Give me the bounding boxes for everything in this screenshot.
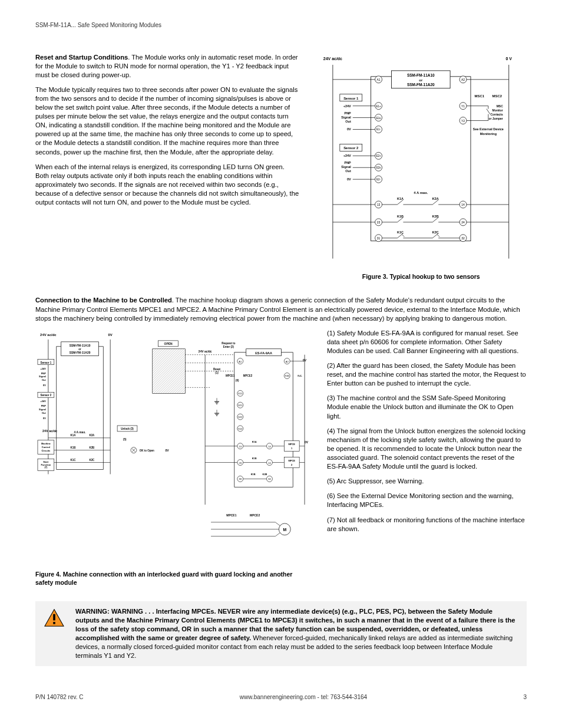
svg-text:+24V: +24V (40, 367, 46, 370)
svg-text:31: 31 (377, 236, 381, 239)
svg-text:OPEN: OPEN (164, 342, 173, 345)
svg-text:(1): (1) (215, 371, 219, 374)
svg-text:or: or (78, 347, 81, 350)
svg-text:Sensor 2: Sensor 2 (40, 394, 51, 397)
svg-text:+24V: +24V (40, 400, 46, 403)
svg-text:14: 14 (462, 202, 465, 206)
svg-text:E1-: E1- (376, 128, 381, 131)
svg-text:E2+: E2+ (376, 154, 381, 157)
svg-text:Y2: Y2 (461, 118, 465, 122)
svg-text:0V: 0V (305, 440, 309, 443)
warning-box: WARNING: WARNING . . . Interfacing MPCEs… (35, 601, 527, 667)
note-1: (1) Safety Module ES-FA-9AA is configure… (327, 329, 527, 355)
svg-text:M: M (283, 528, 286, 532)
note-3: (3) The machine control and the SSM Safe… (327, 394, 527, 420)
svg-line-85 (398, 217, 404, 222)
note-5: (5) Arc Suppressor, see Warning. (327, 477, 527, 486)
svg-text:K2B: K2B (89, 446, 95, 449)
svg-text:PNP: PNP (41, 404, 47, 407)
svg-text:A2: A2 (461, 77, 465, 81)
svg-line-87 (433, 217, 439, 222)
svg-text:Sensor 2: Sensor 2 (344, 146, 359, 150)
svg-text:0V: 0V (43, 417, 46, 420)
svg-text:SSM-FM-11A10: SSM-FM-11A10 (70, 344, 91, 347)
para-reset: Reset and Startup Conditions. The Module… (35, 53, 299, 80)
svg-line-97 (402, 234, 405, 236)
svg-text:S21: S21 (238, 404, 243, 407)
figure-4: 24V ac/dc 0V SSM-FM-11A10 or SSM-FM-11A2… (35, 329, 310, 587)
svg-text:S11: S11 (238, 392, 243, 395)
svg-text:Out: Out (346, 119, 352, 123)
svg-text:Machine: Machine (41, 442, 51, 444)
svg-text:34: 34 (268, 477, 271, 480)
svg-text:MPCE2: MPCE2 (243, 374, 253, 377)
svg-text:SSM-FM-11A10: SSM-FM-11A10 (407, 73, 435, 77)
svg-text:S12: S12 (238, 427, 242, 430)
figure-4-svg: 24V ac/dc 0V SSM-FM-11A10 or SSM-FM-11A2… (35, 329, 310, 563)
para-connection: Connection to the Machine to be Controll… (35, 296, 527, 322)
connection-lead: Connection to the Machine to be Controll… (35, 297, 172, 304)
svg-text:n.c.: n.c. (297, 374, 302, 377)
svg-text:33: 33 (239, 477, 242, 480)
figure-3-caption: Figure 3. Typical hookup to two sensors (315, 272, 527, 281)
note-6: (6) See the External Device Monitoring s… (327, 492, 527, 509)
svg-text:K2A: K2A (89, 434, 95, 437)
top-section: Reset and Startup Conditions. The Module… (35, 53, 527, 281)
svg-text:SSM-FM-11A20: SSM-FM-11A20 (70, 351, 91, 354)
para-startup: The Module typically requires two to thr… (35, 85, 299, 157)
svg-text:24V ac/dc: 24V ac/dc (323, 56, 342, 60)
svg-text:Out: Out (42, 411, 47, 414)
svg-text:Unlock (3): Unlock (3) (121, 427, 134, 430)
svg-text:Sensor 1: Sensor 1 (344, 96, 359, 100)
svg-line-74 (433, 200, 439, 205)
svg-text:E1s: E1s (376, 116, 381, 119)
reset-lead: Reset and Startup Conditions (35, 54, 128, 61)
svg-text:0V: 0V (43, 384, 46, 387)
svg-text:ES-FA-9AA: ES-FA-9AA (255, 351, 272, 354)
svg-text:Contacts: Contacts (491, 112, 503, 116)
figure-3: 24V ac/dc 0 V SSM-FM-11A10 or SSM-FM-11A… (315, 53, 527, 281)
svg-rect-108 (57, 347, 103, 470)
svg-text:+24V: +24V (343, 154, 351, 157)
fig4-section: 24V ac/dc 0V SSM-FM-11A10 or SSM-FM-11A2… (35, 329, 527, 587)
svg-text:23: 23 (377, 220, 381, 223)
svg-text:0 V: 0 V (506, 56, 513, 60)
svg-text:Reset: Reset (213, 367, 221, 370)
svg-text:MSC1: MSC1 (475, 94, 485, 97)
svg-text:K1C: K1C (397, 230, 404, 233)
svg-text:S22: S22 (238, 416, 242, 419)
svg-text:MSC2: MSC2 (492, 94, 503, 97)
svg-text:24V ac/dc: 24V ac/dc (42, 429, 57, 433)
svg-text:32: 32 (462, 236, 465, 239)
svg-text:Out: Out (42, 378, 47, 381)
svg-rect-156 (153, 349, 186, 394)
svg-text:Control: Control (42, 445, 50, 448)
svg-text:S34: S34 (285, 374, 290, 377)
svg-text:A2: A2 (286, 360, 289, 363)
note-2: (2) After the guard has been closed, the… (327, 361, 527, 388)
svg-text:Signal: Signal (342, 165, 352, 169)
note-4: (4) The signal from the Unlock button en… (327, 427, 527, 472)
svg-text:SSM-FM-11A20: SSM-FM-11A20 (407, 82, 435, 86)
svg-text:24V ac/dc: 24V ac/dc (199, 350, 212, 353)
svg-text:K2A: K2A (432, 197, 439, 200)
svg-text:0V: 0V (347, 177, 351, 181)
svg-line-100 (438, 234, 440, 236)
svg-text:Y1: Y1 (461, 104, 465, 107)
svg-line-55 (487, 108, 490, 114)
svg-text:K2C: K2C (432, 230, 439, 233)
svg-line-72 (398, 200, 404, 205)
svg-text:MPCE: MPCE (288, 459, 295, 462)
svg-text:or Jumper: or Jumper (489, 116, 503, 120)
notes-column: (1) Safety Module ES-FA-9AA is configure… (327, 329, 527, 539)
svg-line-99 (433, 233, 439, 238)
svg-text:4 A max.: 4 A max. (74, 431, 87, 434)
svg-text:(7): (7) (44, 466, 48, 469)
svg-text:K2B: K2B (432, 214, 439, 218)
svg-text:E2-: E2- (376, 178, 381, 181)
svg-rect-242 (53, 614, 55, 620)
svg-text:Circuits: Circuits (41, 449, 51, 452)
warning-text: WARNING: WARNING . . . Interfacing MPCEs… (75, 607, 518, 661)
svg-text:PNP: PNP (41, 371, 47, 374)
svg-text:or: or (419, 78, 424, 81)
